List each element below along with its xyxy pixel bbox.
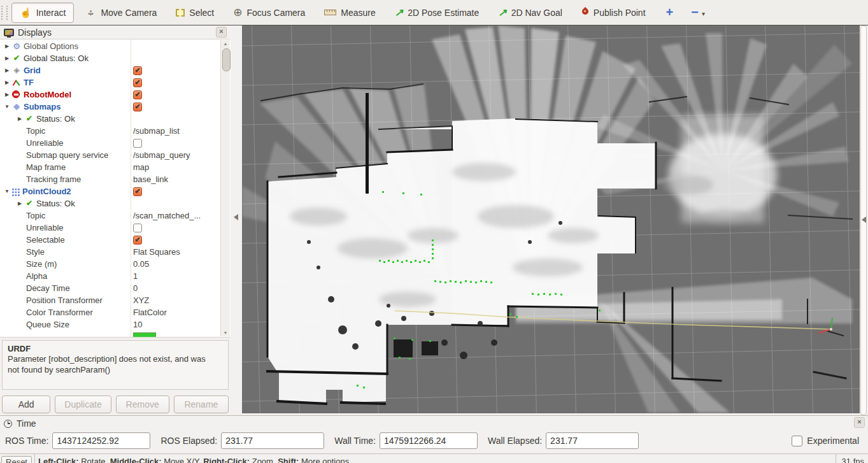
status-ok-icon: ✔ — [24, 114, 34, 124]
splitter-collapse-icon[interactable] — [234, 214, 238, 220]
checkbox-checked[interactable] — [133, 78, 142, 87]
tree-row-value[interactable] — [133, 185, 142, 197]
tree-row-value[interactable] — [133, 234, 142, 246]
tree-row[interactable]: Selectable — [0, 234, 220, 246]
tree-row[interactable]: ▶⚙Global Options — [0, 40, 220, 52]
render-viewport[interactable] — [242, 25, 860, 413]
tree-row-label: Global Options — [24, 41, 78, 51]
rviz-window: InteractMove CameraSelectFocus CameraMea… — [0, 0, 868, 463]
move-camera-icon — [85, 7, 96, 18]
tree-row[interactable]: Submap query service/submap_query — [0, 149, 220, 161]
tree-row[interactable]: ▼PointCloud2 — [0, 185, 220, 197]
tree-row-label: Position Transformer — [26, 296, 103, 305]
tree-row[interactable]: ▶◈Grid — [0, 64, 220, 76]
displays-panel-header[interactable]: Displays × — [0, 25, 231, 39]
tree-row[interactable]: Queue Size10 — [0, 318, 220, 331]
tree-row-label: RobotModel — [24, 90, 71, 99]
checkbox-checked[interactable] — [133, 236, 142, 245]
add-tool-button[interactable]: + — [662, 5, 678, 20]
expander-closed-icon[interactable]: ▶ — [3, 68, 11, 73]
property-value: /submap_list — [133, 125, 180, 137]
toolbar-tools: InteractMove CameraSelectFocus CameraMea… — [8, 0, 653, 25]
tool-measure[interactable]: Measure — [317, 3, 383, 22]
tree-row[interactable]: ▶✔Status: Ok — [0, 197, 220, 210]
tree-row-value[interactable] — [133, 137, 142, 149]
tree-row[interactable]: Map framemap — [0, 161, 220, 173]
scrollbar-thumb[interactable] — [222, 48, 231, 71]
expander-closed-icon[interactable]: ▶ — [3, 55, 11, 61]
expander-open-icon[interactable]: ▼ — [3, 189, 11, 194]
toolbar-grip-icon[interactable] — [1, 6, 8, 20]
mouse-help-text: Left-Click: Rotate. Middle-Click: Move X… — [38, 457, 352, 463]
tool-publish-point[interactable]: Publish Point — [574, 3, 653, 22]
tree-scrollbar[interactable]: ▲ ▼ — [220, 40, 230, 336]
time-field-input[interactable] — [221, 432, 324, 449]
tree-row-value[interactable] — [133, 222, 142, 234]
remove-tool-button[interactable]: − — [687, 5, 700, 20]
tree-row[interactable]: ▶TF — [0, 76, 220, 89]
reset-button[interactable]: Reset — [1, 456, 32, 463]
tool-move-camera[interactable]: Move Camera — [78, 3, 164, 22]
tool-label: Interact — [36, 8, 66, 18]
tree-row[interactable]: StyleFlat Squares — [0, 246, 220, 258]
expander-closed-icon[interactable]: ▶ — [15, 116, 24, 122]
displays-close-button[interactable]: × — [216, 27, 227, 38]
tree-row[interactable]: ▶RobotModel — [0, 89, 220, 101]
panel-splitter-right[interactable] — [860, 25, 868, 415]
tree-row[interactable]: Unreliable — [0, 137, 220, 149]
checkbox-checked[interactable] — [133, 187, 142, 196]
color-swatch[interactable] — [133, 332, 156, 338]
tree-row-value[interactable] — [133, 101, 142, 113]
time-fields: ROS Time:ROS Elapsed:Wall Time:Wall Elap… — [0, 430, 868, 452]
scrollbar-down-icon[interactable]: ▼ — [222, 329, 229, 336]
tree-row[interactable]: Position TransformerXYZ — [0, 294, 220, 306]
tree-row[interactable] — [0, 331, 220, 338]
tree-row[interactable]: Decay Time0 — [0, 282, 220, 294]
expander-closed-icon[interactable]: ▶ — [15, 201, 24, 206]
tree-row[interactable]: ▶✔Status: Ok — [0, 113, 220, 125]
checkbox-checked[interactable] — [133, 103, 142, 111]
publish-point-icon — [581, 8, 589, 18]
tree-row[interactable]: Tracking framebase_link — [0, 173, 220, 185]
tree-row-value[interactable] — [133, 89, 142, 101]
time-field-input[interactable] — [546, 432, 639, 449]
time-field-input[interactable] — [52, 432, 150, 449]
expander-closed-icon[interactable]: ▶ — [3, 43, 11, 49]
tree-row[interactable]: Unreliable — [0, 222, 220, 234]
tool-2d-nav-goal[interactable]: 2D Nav Goal — [490, 3, 570, 22]
displays-icon — [4, 29, 14, 36]
tree-row-value[interactable] — [133, 76, 142, 89]
tree-row[interactable]: Size (m)0.05 — [0, 258, 220, 270]
tool-select[interactable]: Select — [168, 3, 222, 22]
time-panel-header[interactable]: Time × — [0, 416, 868, 430]
tree-row[interactable]: ▼◆Submaps — [0, 101, 220, 113]
tree-row[interactable]: Topic/submap_list — [0, 125, 220, 137]
tool-options-caret-icon[interactable]: ▾ — [702, 8, 705, 17]
tree-row[interactable]: ▶✔Global Status: Ok — [0, 52, 220, 64]
tool-interact[interactable]: Interact — [11, 3, 74, 23]
expander-closed-icon[interactable]: ▶ — [3, 92, 11, 97]
panel-splitter-left[interactable] — [231, 25, 242, 415]
tool-2d-pose-estimate[interactable]: 2D Pose Estimate — [387, 3, 487, 22]
tree-row[interactable]: Alpha1 — [0, 270, 220, 282]
experimental-checkbox[interactable] — [792, 436, 802, 446]
expander-open-icon[interactable]: ▼ — [3, 104, 11, 110]
time-close-button[interactable]: × — [854, 417, 865, 428]
checkbox-unchecked[interactable] — [133, 139, 142, 148]
tool-focus-camera[interactable]: Focus Camera — [225, 3, 313, 22]
checkbox-checked[interactable] — [133, 90, 142, 99]
remove-button: Remove — [116, 395, 169, 413]
tree-row-label: Queue Size — [26, 320, 69, 329]
add-button[interactable]: Add — [2, 395, 50, 413]
tree-row-value[interactable] — [133, 64, 142, 76]
tf-icon — [11, 78, 22, 87]
scrollbar-up-icon[interactable]: ▲ — [222, 40, 229, 47]
time-field-input[interactable] — [380, 432, 478, 449]
tree-row[interactable]: Topic/scan_matched_... — [0, 210, 220, 222]
expander-closed-icon[interactable]: ▶ — [3, 80, 11, 85]
tree-row[interactable]: Color TransformerFlatColor — [0, 306, 220, 318]
tree-row-label: Submap query service — [26, 150, 108, 160]
checkbox-checked[interactable] — [133, 66, 142, 75]
splitter-collapse-icon[interactable] — [862, 217, 866, 223]
checkbox-unchecked[interactable] — [133, 224, 142, 232]
